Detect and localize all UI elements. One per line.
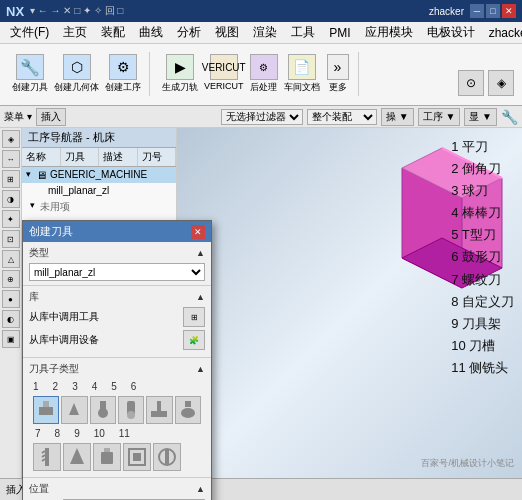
toolbar-btn-5[interactable]: ✦: [2, 210, 20, 228]
close-button[interactable]: ✕: [502, 4, 516, 18]
tool-type-pocket[interactable]: [123, 443, 151, 471]
menu-pmi[interactable]: PMI: [323, 24, 356, 42]
viewport-toolbar: 菜单 ▾ 插入 无选择过滤器 整个装配 操 ▼ 工序 ▼ 显 ▼ 🔧: [0, 106, 522, 128]
verify-btn[interactable]: VERICUT VERICUT: [202, 52, 246, 96]
menu-curve[interactable]: 曲线: [133, 22, 169, 43]
nav-row-mill[interactable]: mill_planar_zl: [22, 183, 176, 198]
menu-appmodule[interactable]: 应用模块: [359, 22, 419, 43]
seq-btn[interactable]: 工序 ▼: [418, 108, 461, 126]
annotation-item-8: 8 自定义刀: [451, 291, 514, 313]
tool-type-custom[interactable]: [63, 443, 91, 471]
library-section-header[interactable]: 库 ▲: [29, 290, 205, 304]
type-label: 类型: [29, 246, 49, 260]
filter-select[interactable]: 无选择过滤器: [221, 109, 303, 125]
toolbar-btn-6[interactable]: ⊡: [2, 230, 20, 248]
menu-user[interactable]: zhacker: [483, 24, 522, 42]
tool-dialog: 创建刀具 ✕ 类型 ▲ mill_planar_zl 库 ▲: [22, 220, 212, 500]
more-label: 更多: [329, 81, 347, 94]
docs-btn[interactable]: 📄 车间文档: [282, 52, 322, 96]
generate-btn[interactable]: ▶ 生成刀轨: [160, 52, 200, 96]
type-section-header[interactable]: 类型 ▲: [29, 246, 205, 260]
from-library-btn[interactable]: ⊞: [183, 307, 205, 327]
viewport[interactable]: 1 平刀 2 倒角刀 3 球刀 4 棒棒刀 5 T型刀 6 鼓形刀 7 螺纹刀 …: [177, 128, 522, 500]
library-arrow-icon: ▲: [196, 292, 205, 302]
menu-home[interactable]: 主页: [57, 22, 93, 43]
svg-rect-18: [165, 449, 169, 465]
menu-render[interactable]: 渲染: [247, 22, 283, 43]
menu-analysis[interactable]: 分析: [171, 22, 207, 43]
subtype-section-header[interactable]: 刀具子类型 ▲: [29, 362, 205, 376]
docs-label: 车间文档: [284, 81, 320, 94]
dialog-section-position: 位置 ▲ 刀具 NONE: [23, 478, 211, 500]
toolbar-btn-10[interactable]: ◐: [2, 310, 20, 328]
tool-type-tslot[interactable]: [146, 396, 172, 424]
type-select[interactable]: mill_planar_zl: [29, 263, 205, 281]
toolbar-btn-7[interactable]: △: [2, 250, 20, 268]
position-arrow-icon: ▲: [196, 484, 205, 494]
create-geom-label: 创建几何体: [54, 81, 99, 94]
toolbar-btn-2[interactable]: ↔: [2, 150, 20, 168]
nav-col-name: 名称: [22, 148, 61, 166]
num-6: 6: [131, 381, 137, 392]
from-library-row: 从库中调用工具 ⊞: [29, 307, 205, 327]
nav-row-unused[interactable]: ▾ 未用项: [22, 198, 176, 216]
tool-type-barrel[interactable]: [118, 396, 144, 424]
svg-rect-16: [133, 453, 141, 461]
menu-electrode[interactable]: 电极设计: [421, 22, 481, 43]
num-2: 2: [53, 381, 59, 392]
toolbar-btn-11[interactable]: ▣: [2, 330, 20, 348]
toolbar-btn-8[interactable]: ⊕: [2, 270, 20, 288]
nav-row-machine[interactable]: ▾ 🖥 GENERIC_MACHINE: [22, 167, 176, 183]
ops-btn[interactable]: 操 ▼: [381, 108, 414, 126]
svg-rect-14: [104, 448, 110, 452]
create-op-btn[interactable]: ⚙ 创建工序: [103, 52, 143, 96]
toolbar-btn-4[interactable]: ◑: [2, 190, 20, 208]
ribbon-btn-row: 🔧 创建刀具 ⬡ 创建几何体 ⚙ 创建工序: [10, 52, 143, 96]
verify-icon: VERICUT: [210, 54, 238, 80]
tool-type-thread[interactable]: [33, 443, 61, 471]
more-btn[interactable]: » 更多: [324, 52, 352, 96]
tool-icons-row2: [29, 441, 205, 473]
nav-expand-icon: ▾: [26, 169, 36, 181]
display-btn[interactable]: 显 ▼: [464, 108, 497, 126]
position-section-header[interactable]: 位置 ▲: [29, 482, 205, 496]
toolbar-btn-9[interactable]: ●: [2, 290, 20, 308]
num-labels-row2: 7 8 9 10 11: [29, 426, 205, 441]
menu-view[interactable]: 视图: [209, 22, 245, 43]
tool-type-side[interactable]: [153, 443, 181, 471]
create-geom-btn[interactable]: ⬡ 创建几何体: [52, 52, 101, 96]
create-op-label: 创建工序: [105, 81, 141, 94]
tool-type-drum[interactable]: [175, 396, 201, 424]
generate-label: 生成刀轨: [162, 81, 198, 94]
window-controls: ─ □ ✕: [470, 4, 516, 18]
nav-col-tool: 刀具: [61, 148, 100, 166]
tool-type-chamfer[interactable]: [61, 396, 87, 424]
dialog-section-library: 库 ▲ 从库中调用工具 ⊞ 从库中调用设备 🧩: [23, 286, 211, 358]
nav-toggle[interactable]: 菜单 ▾: [4, 110, 32, 124]
dialog-close-btn[interactable]: ✕: [191, 225, 205, 239]
app-logo: NX: [6, 4, 24, 19]
navigator-header: 工序导航器 - 机床: [22, 128, 176, 148]
extra-btn-2[interactable]: ◈: [488, 70, 514, 96]
create-tool-icon: 🔧: [16, 54, 44, 80]
snap-select[interactable]: 整个装配: [307, 109, 377, 125]
toolbar-btn-3[interactable]: ⊞: [2, 170, 20, 188]
postprocess-btn[interactable]: ⚙ 后处理: [248, 52, 280, 96]
from-device-btn[interactable]: 🧩: [183, 330, 205, 350]
tool-type-ball[interactable]: [90, 396, 116, 424]
extra-btn-1[interactable]: ⊙: [458, 70, 484, 96]
menu-assembly[interactable]: 装配: [95, 22, 131, 43]
tool-type-flat[interactable]: [33, 396, 59, 424]
navigator-panel: 工序导航器 - 机床 名称 刀具 描述 刀号 ▾ 🖥 GENERIC_MACHI…: [22, 128, 177, 500]
create-tool-btn[interactable]: 🔧 创建刀具: [10, 52, 50, 96]
menu-bar: 文件(F) 主页 装配 曲线 分析 视图 渲染 工具 PMI 应用模块 电极设计…: [0, 22, 522, 44]
tool-type-holder[interactable]: [93, 443, 121, 471]
minimize-button[interactable]: ─: [470, 4, 484, 18]
left-toolbar: ◈ ↔ ⊞ ◑ ✦ ⊡ △ ⊕ ● ◐ ▣: [0, 128, 22, 500]
menu-file[interactable]: 文件(F): [4, 22, 55, 43]
maximize-button[interactable]: □: [486, 4, 500, 18]
toolbar-btn-1[interactable]: ◈: [2, 130, 20, 148]
subtype-arrow-icon: ▲: [196, 364, 205, 374]
num-4: 4: [92, 381, 98, 392]
menu-tools[interactable]: 工具: [285, 22, 321, 43]
